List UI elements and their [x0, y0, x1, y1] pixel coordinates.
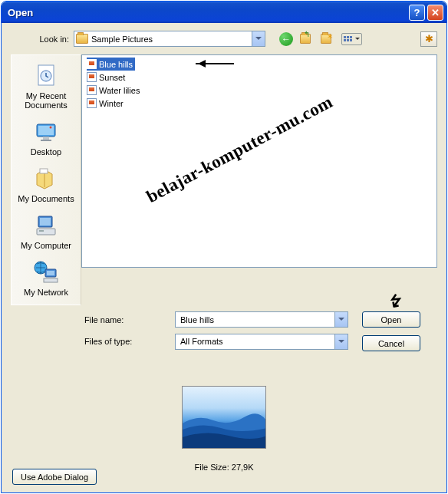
place-label: Desktop: [31, 147, 61, 156]
place-mycomputer[interactable]: My Computer: [15, 209, 77, 253]
chevron-down-icon[interactable]: [334, 334, 348, 349]
watermark-text: belajar-komputer-mu.com: [143, 92, 337, 207]
place-recent[interactable]: My Recent Documents: [15, 60, 77, 113]
svg-rect-9: [40, 218, 51, 226]
close-button[interactable]: ✕: [427, 5, 443, 21]
nav-toolbar: ← ↰ ✶: [279, 32, 362, 46]
lookin-label: Look in:: [11, 35, 74, 44]
mydocs-icon: [33, 166, 59, 192]
filename-label: File name:: [84, 315, 175, 324]
recent-docs-icon: [33, 63, 59, 89]
file-name: Blue hills: [99, 60, 133, 69]
cancel-button[interactable]: Cancel: [362, 335, 420, 351]
places-bar: My Recent Documents Desktop My Documents: [11, 54, 81, 305]
preview-area: File Size: 27,9K: [11, 386, 437, 472]
annotation-arrow: [196, 60, 234, 68]
window-title: Open: [8, 7, 407, 18]
place-label: My Network: [24, 288, 68, 297]
lookin-value: Sample Pictures: [91, 35, 153, 44]
network-icon: [33, 259, 59, 285]
folder-icon: [76, 34, 88, 44]
use-adobe-dialog-button[interactable]: Use Adobe Dialog: [12, 469, 97, 485]
help-button[interactable]: ?: [409, 5, 425, 21]
place-mydocs[interactable]: My Documents: [15, 163, 77, 206]
filename-value: Blue hills: [180, 315, 214, 324]
back-icon[interactable]: ←: [279, 32, 293, 46]
mycomputer-icon: [33, 212, 59, 239]
place-desktop[interactable]: Desktop: [15, 116, 77, 160]
file-item[interactable]: Winter: [87, 97, 126, 110]
filename-input[interactable]: Blue hills: [175, 311, 348, 328]
favorites-button[interactable]: ✱: [420, 31, 437, 47]
thumbnail-image: [182, 386, 266, 449]
svg-rect-11: [39, 230, 44, 232]
filetype-combo[interactable]: All Formats: [175, 334, 348, 350]
desktop-icon: [33, 119, 59, 145]
place-label: My Recent Documents: [25, 91, 68, 110]
image-file-icon: [87, 98, 97, 108]
filetype-label: Files of type:: [84, 337, 175, 346]
place-label: My Documents: [18, 194, 74, 203]
file-name: Sunset: [99, 73, 125, 82]
file-list[interactable]: Blue hills Sunset Water lilies Winter be…: [81, 54, 437, 268]
place-label: My Computer: [21, 241, 71, 250]
file-name: Winter: [99, 99, 124, 108]
image-file-icon: [87, 72, 97, 82]
file-item[interactable]: Blue hills: [87, 58, 135, 71]
file-item[interactable]: Sunset: [87, 71, 127, 84]
filetype-value: All Formats: [180, 337, 223, 346]
lookin-combo[interactable]: Sample Pictures: [74, 31, 265, 47]
svg-point-6: [50, 127, 52, 129]
file-item[interactable]: Water lilies: [87, 84, 142, 97]
svg-rect-15: [44, 278, 58, 282]
titlebar: Open ? ✕: [2, 2, 446, 23]
image-file-icon: [87, 85, 97, 95]
chevron-down-icon[interactable]: [334, 312, 348, 327]
svg-rect-14: [47, 271, 54, 275]
up-folder-icon[interactable]: ↰: [300, 32, 314, 46]
svg-rect-5: [41, 140, 51, 141]
image-file-icon: [87, 59, 97, 69]
new-folder-icon[interactable]: ✶: [321, 32, 334, 46]
svg-rect-7: [40, 169, 48, 173]
file-name: Water lilies: [99, 86, 140, 95]
place-network[interactable]: My Network: [15, 256, 77, 300]
filesize-text: File Size: 27,9K: [194, 463, 253, 472]
open-dialog: Open ? ✕ Look in: Sample Pictures ← ↰ ✶: [1, 1, 447, 493]
chevron-down-icon[interactable]: [252, 31, 265, 46]
svg-rect-4: [43, 137, 49, 140]
views-button[interactable]: [341, 33, 362, 45]
